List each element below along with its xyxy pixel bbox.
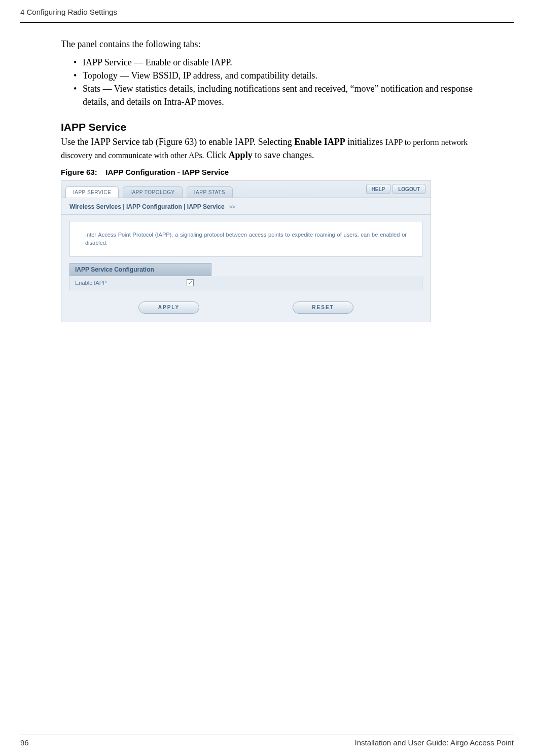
list-item: Stats — View statistics details, includi… (74, 82, 493, 108)
enable-iapp-label: Enable IAPP (70, 280, 182, 286)
tab-row: IAPP SERVICE IAPP TOPOLOGY IAPP STATS HE… (61, 181, 431, 198)
config-row: Enable IAPP ✓ (69, 276, 422, 290)
body-text: initializes (345, 137, 385, 147)
tab-iapp-stats[interactable]: IAPP STATS (187, 186, 233, 198)
enable-iapp-checkbox[interactable]: ✓ (187, 279, 194, 286)
reset-button[interactable]: RESET (293, 301, 353, 314)
help-button[interactable]: HELP (366, 184, 391, 194)
logout-button[interactable]: LOGOUT (393, 184, 425, 194)
chapter-label: 4 Configuring Radio Settings (20, 8, 117, 16)
config-control: ✓ (182, 279, 194, 286)
tab-bullet-list: IAPP Service — Enable or disable IAPP. T… (61, 56, 493, 108)
body-text: to save changes. (253, 150, 314, 160)
doc-title: Installation and User Guide: Airgo Acces… (354, 738, 514, 747)
iapp-config-screenshot: IAPP SERVICE IAPP TOPOLOGY IAPP STATS HE… (61, 180, 431, 322)
breadcrumb-text: Wireless Services | IAPP Configuration |… (69, 203, 225, 210)
apply-bold: Apply (229, 150, 253, 160)
footer-rule (20, 735, 514, 735)
figure-title: IAPP Configuration - IAPP Service (105, 168, 229, 176)
description-panel: Inter Access Point Protocol (IAPP), a si… (69, 221, 422, 257)
breadcrumb: Wireless Services | IAPP Configuration |… (61, 198, 431, 215)
action-button-row: APPLY RESET (61, 296, 431, 322)
apply-button[interactable]: APPLY (138, 301, 199, 314)
iapp-service-paragraph: Use the IAPP Service tab (Figure 63) to … (61, 135, 493, 162)
figure-number: Figure 63: (61, 168, 97, 176)
list-item: Topology — View BSSID, IP address, and c… (74, 69, 493, 82)
page-footer: 96 Installation and User Guide: Airgo Ac… (0, 735, 534, 747)
enable-iapp-bold: Enable IAPP (294, 137, 345, 147)
iapp-service-heading: IAPP Service (61, 121, 493, 133)
body-text: Click (204, 150, 229, 160)
breadcrumb-arrow-icon: >> (229, 204, 235, 210)
list-item: IAPP Service — Enable or disable IAPP. (74, 56, 493, 69)
intro-paragraph: The panel contains the following tabs: (61, 38, 493, 51)
figure-caption: Figure 63: IAPP Configuration - IAPP Ser… (61, 168, 493, 176)
page-number: 96 (20, 738, 29, 747)
tab-iapp-topology[interactable]: IAPP TOPOLOGY (123, 186, 183, 198)
page-header: 4 Configuring Radio Settings (0, 0, 534, 20)
body-text: Use the IAPP Service tab (Figure 63) to … (61, 137, 294, 147)
header-button-group: HELP LOGOUT (366, 184, 425, 194)
description-text: Inter Access Point Protocol (IAPP), a si… (85, 231, 407, 247)
page-content: The panel contains the following tabs: I… (0, 23, 534, 322)
footer-content: 96 Installation and User Guide: Airgo Ac… (20, 738, 514, 747)
tab-iapp-service[interactable]: IAPP SERVICE (65, 186, 119, 198)
config-section-header: IAPP Service Configuration (69, 263, 211, 276)
config-section: IAPP Service Configuration Enable IAPP ✓ (69, 263, 422, 290)
